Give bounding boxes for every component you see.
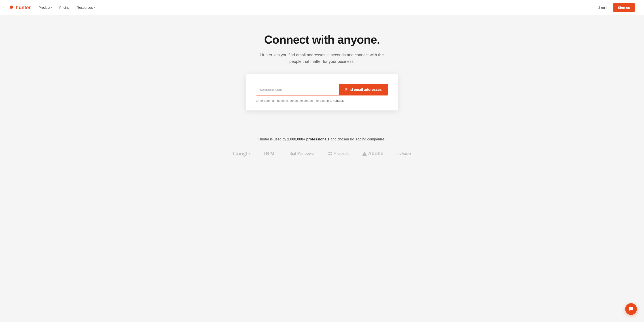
nav-pricing[interactable]: Pricing bbox=[59, 6, 70, 10]
microsoft-grid-icon bbox=[328, 152, 332, 156]
nav-product-link[interactable]: Product ▾ bbox=[39, 6, 52, 10]
nav-pricing-link[interactable]: Pricing bbox=[59, 6, 70, 10]
adobe-triangle-icon bbox=[362, 152, 367, 156]
trusted-text: Hunter is used by 2,000,000+ professiona… bbox=[9, 137, 635, 141]
trusted-section: Hunter is used by 2,000,000+ professiona… bbox=[0, 124, 644, 166]
hunter-io-link[interactable]: hunter.io bbox=[333, 99, 344, 102]
navbar: hunter Product ▾ Pricing Resources ▾ bbox=[0, 0, 644, 15]
manpower-bars-icon bbox=[289, 152, 296, 156]
logo[interactable]: hunter bbox=[9, 5, 31, 10]
invision-logo: invision bbox=[397, 152, 411, 156]
navbar-right: Sign in Sign up bbox=[598, 3, 635, 12]
search-form: Find email addresses bbox=[256, 84, 388, 96]
search-hint: Enter a domain name to launch the search… bbox=[256, 99, 388, 102]
product-chevron-icon: ▾ bbox=[51, 6, 52, 9]
sign-in-link[interactable]: Sign in bbox=[598, 6, 608, 10]
find-emails-button[interactable]: Find email addresses bbox=[339, 84, 388, 95]
domain-search-input[interactable] bbox=[256, 84, 339, 95]
ibm-logo: IBM bbox=[264, 151, 275, 156]
resources-chevron-icon: ▾ bbox=[94, 6, 95, 9]
logo-icon bbox=[9, 5, 14, 10]
microsoft-logo: Microsoft bbox=[328, 152, 349, 156]
hero-section: Connect with anyone. Hunter lets you fin… bbox=[0, 15, 644, 124]
company-logos: Google IBM Manpower Micro bbox=[9, 150, 635, 157]
search-card: Find email addresses Enter a domain name… bbox=[246, 74, 398, 110]
nav-resources[interactable]: Resources ▾ bbox=[77, 6, 95, 10]
nav-resources-link[interactable]: Resources ▾ bbox=[77, 6, 95, 10]
adobe-logo: Adobe bbox=[362, 151, 383, 156]
hero-subtitle: Hunter lets you find email addresses in … bbox=[260, 52, 384, 65]
nav-product[interactable]: Product ▾ bbox=[39, 6, 52, 10]
hero-title: Connect with anyone. bbox=[4, 33, 640, 46]
manpower-logo: Manpower bbox=[289, 152, 315, 156]
google-logo: Google bbox=[233, 150, 250, 157]
brand-name: hunter bbox=[16, 5, 31, 10]
signup-button[interactable]: Sign up bbox=[613, 3, 635, 12]
nav-links: Product ▾ Pricing Resources ▾ bbox=[39, 6, 95, 10]
navbar-left: hunter Product ▾ Pricing Resources ▾ bbox=[9, 5, 95, 10]
